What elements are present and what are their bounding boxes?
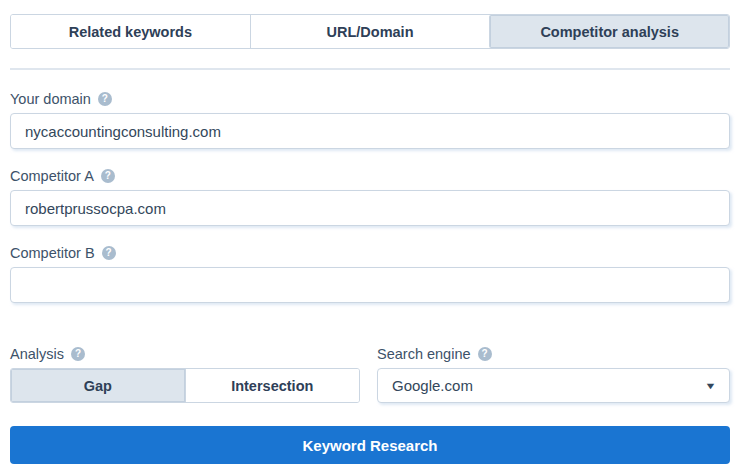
your-domain-label: Your domain ? bbox=[10, 91, 730, 107]
search-engine-column: Search engine ? Google.com ▼ bbox=[377, 346, 730, 403]
keyword-research-button[interactable]: Keyword Research bbox=[10, 426, 730, 464]
competitor-b-label-text: Competitor B bbox=[10, 245, 95, 261]
help-icon[interactable]: ? bbox=[98, 92, 112, 106]
analysis-label: Analysis ? bbox=[10, 346, 360, 362]
search-engine-selected-value: Google.com bbox=[392, 377, 473, 394]
search-mode-tabs: Related keywords URL/Domain Competitor a… bbox=[10, 14, 730, 49]
help-icon[interactable]: ? bbox=[478, 347, 492, 361]
search-engine-select[interactable]: Google.com ▼ bbox=[377, 368, 730, 403]
analysis-column: Analysis ? Gap Intersection bbox=[10, 346, 360, 403]
your-domain-input[interactable] bbox=[10, 113, 730, 149]
search-engine-label: Search engine ? bbox=[377, 346, 730, 362]
tab-related-keywords[interactable]: Related keywords bbox=[11, 15, 250, 48]
your-domain-label-text: Your domain bbox=[10, 91, 91, 107]
competitor-b-label: Competitor B ? bbox=[10, 245, 730, 261]
analysis-label-text: Analysis bbox=[10, 346, 64, 362]
help-icon[interactable]: ? bbox=[102, 246, 116, 260]
competitor-a-label-text: Competitor A bbox=[10, 168, 94, 184]
competitor-a-label: Competitor A ? bbox=[10, 168, 730, 184]
analysis-toggle: Gap Intersection bbox=[10, 368, 360, 403]
help-icon[interactable]: ? bbox=[101, 169, 115, 183]
section-divider bbox=[10, 68, 730, 70]
search-engine-label-text: Search engine bbox=[377, 346, 471, 362]
options-row: Analysis ? Gap Intersection Search engin… bbox=[10, 346, 730, 403]
competitor-analysis-form: Related keywords URL/Domain Competitor a… bbox=[0, 0, 754, 464]
tab-url-domain[interactable]: URL/Domain bbox=[250, 15, 490, 48]
competitor-b-input[interactable] bbox=[10, 267, 730, 303]
chevron-down-icon: ▼ bbox=[704, 381, 716, 391]
tab-competitor-analysis[interactable]: Competitor analysis bbox=[489, 15, 729, 48]
analysis-option-intersection[interactable]: Intersection bbox=[185, 369, 360, 402]
help-icon[interactable]: ? bbox=[71, 347, 85, 361]
competitor-a-input[interactable] bbox=[10, 190, 730, 226]
analysis-option-gap[interactable]: Gap bbox=[11, 369, 185, 402]
